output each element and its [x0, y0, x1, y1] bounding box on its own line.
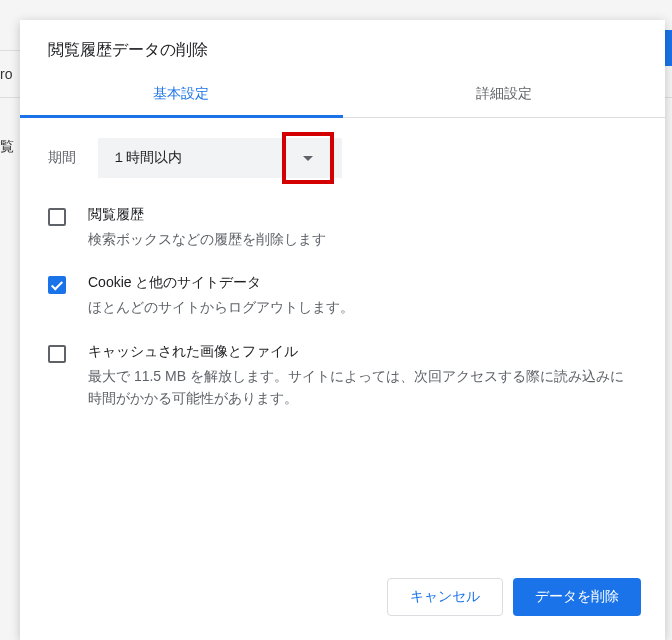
tab-bar: 基本設定 詳細設定: [20, 71, 665, 118]
dialog-footer: キャンセル データを削除: [20, 562, 665, 640]
tab-advanced-label: 詳細設定: [476, 85, 532, 101]
dialog-title: 閲覧履歴データの削除: [48, 40, 637, 61]
dropdown-arrow-container: [288, 138, 328, 178]
dialog-header: 閲覧履歴データの削除: [20, 20, 665, 71]
tab-basic[interactable]: 基本設定: [20, 71, 343, 117]
option-text: キャッシュされた画像とファイル 最大で 11.5 MB を解放します。サイトによ…: [88, 343, 637, 410]
tab-advanced[interactable]: 詳細設定: [343, 71, 666, 117]
time-range-value: １時間以内: [112, 149, 182, 167]
cancel-button[interactable]: キャンセル: [387, 578, 503, 616]
option-desc: 最大で 11.5 MB を解放します。サイトによっては、次回アクセスする際に読み…: [88, 365, 637, 410]
option-title: キャッシュされた画像とファイル: [88, 343, 637, 361]
red-highlight-annotation: [282, 132, 334, 184]
clear-data-button-label: データを削除: [535, 588, 619, 604]
option-title: 閲覧履歴: [88, 206, 637, 224]
time-range-row: 期間 １時間以内: [48, 138, 637, 178]
option-browsing-history: 閲覧履歴 検索ボックスなどの履歴を削除します: [48, 206, 637, 250]
time-range-label: 期間: [48, 149, 80, 167]
tab-basic-label: 基本設定: [153, 85, 209, 101]
checkbox-cache[interactable]: [48, 345, 66, 363]
cancel-button-label: キャンセル: [410, 588, 480, 604]
option-cache: キャッシュされた画像とファイル 最大で 11.5 MB を解放します。サイトによ…: [48, 343, 637, 410]
clear-data-button[interactable]: データを削除: [513, 578, 641, 616]
option-desc: ほとんどのサイトからログアウトします。: [88, 296, 637, 318]
option-text: 閲覧履歴 検索ボックスなどの履歴を削除します: [88, 206, 637, 250]
option-text: Cookie と他のサイトデータ ほとんどのサイトからログアウトします。: [88, 274, 637, 318]
checkbox-cookies[interactable]: [48, 276, 66, 294]
option-desc: 検索ボックスなどの履歴を削除します: [88, 228, 637, 250]
option-title: Cookie と他のサイトデータ: [88, 274, 637, 292]
time-range-select-box[interactable]: １時間以内: [98, 138, 342, 178]
checkbox-browsing-history[interactable]: [48, 208, 66, 226]
option-cookies: Cookie と他のサイトデータ ほとんどのサイトからログアウトします。: [48, 274, 637, 318]
time-range-select[interactable]: １時間以内: [98, 138, 342, 178]
clear-browsing-data-dialog: 閲覧履歴データの削除 基本設定 詳細設定 期間 １時間以内: [20, 20, 665, 640]
dialog-body: 期間 １時間以内 閲覧履歴 検索ボックスなどの履歴を削除します: [20, 118, 665, 562]
